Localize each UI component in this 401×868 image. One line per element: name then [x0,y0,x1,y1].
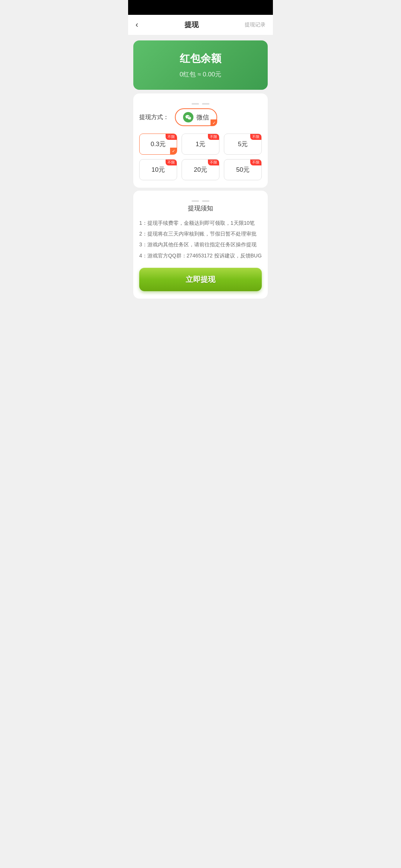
method-selected-check: ✓ [211,119,217,126]
amount-btn-1[interactable]: 不限 1元 [182,134,219,155]
withdraw-section: 提现方式： 微信 ✓ 不限 0.3元 ✓ 不限 1元 不限 5元 不限 10元 [133,93,268,188]
notice-item-1: 1：提现手续费零，金额达到即可领取，1天限10笔 [139,218,262,228]
page-title: 提现 [185,20,199,30]
amount-btn-5[interactable]: 不限 50元 [224,159,262,180]
amount-value-5: 50元 [236,166,250,173]
notice-item-2: 2：提现将在三天内审核到账，节假日暂不处理审批 [139,229,262,239]
method-label: 提现方式： [139,114,169,121]
amount-tag-5: 不限 [250,160,261,165]
amount-value-0: 0.3元 [151,141,166,148]
notice-item-4: 4：游戏官方QQ群：274653172 投诉建议，反馈BUG [139,251,262,260]
amount-btn-4[interactable]: 不限 20元 [182,159,219,180]
amount-value-1: 1元 [196,141,205,148]
header: ‹ 提现 提现记录 [128,15,273,35]
amount-value-2: 5元 [238,141,248,148]
notice-title: 提现须知 [139,204,262,213]
amount-value-3: 10元 [151,166,165,173]
drag-indicator [139,101,262,105]
notice-section: 提现须知 1：提现手续费零，金额达到即可领取，1天限10笔 2：提现将在三天内审… [133,191,268,299]
wechat-icon [183,112,193,122]
history-link[interactable]: 提现记录 [245,22,265,28]
withdraw-button[interactable]: 立即提现 [139,268,262,291]
status-bar [128,0,273,15]
drag-indicator-2 [139,198,262,202]
method-name: 微信 [196,113,209,122]
balance-card: 红包余额 0红包 ≈ 0.00元 [133,40,268,90]
balance-amount: 0红包 ≈ 0.00元 [141,70,260,79]
back-button[interactable]: ‹ [136,20,138,30]
method-row: 提现方式： 微信 ✓ [139,108,262,126]
amount-tag-2: 不限 [250,134,261,140]
amount-tag-4: 不限 [208,160,219,165]
amount-tag-0: 不限 [166,134,177,140]
bottom-space [128,302,273,316]
amount-btn-0[interactable]: 不限 0.3元 ✓ [139,134,177,155]
amount-check-0: ✓ [170,148,177,154]
amount-grid: 不限 0.3元 ✓ 不限 1元 不限 5元 不限 10元 不限 20元 不限 5… [139,134,262,180]
amount-tag-3: 不限 [166,160,177,165]
wechat-method-button[interactable]: 微信 ✓ [175,108,217,126]
notice-item-3: 3：游戏内其他任务区，请前往指定任务区操作提现 [139,240,262,249]
amount-value-4: 20元 [194,166,207,173]
amount-btn-2[interactable]: 不限 5元 [224,134,262,155]
balance-title: 红包余额 [141,52,260,66]
amount-btn-3[interactable]: 不限 10元 [139,159,177,180]
amount-tag-1: 不限 [208,134,219,140]
